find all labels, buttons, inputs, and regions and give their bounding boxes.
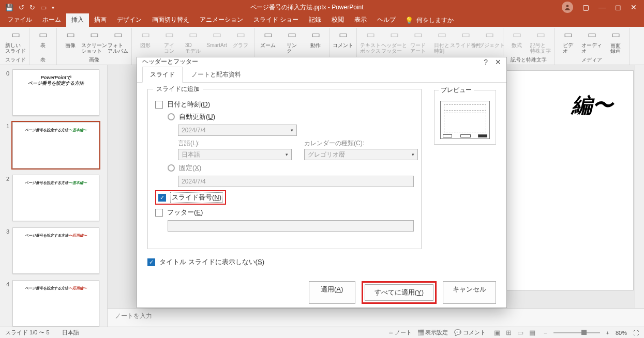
ribbon-tab-11[interactable]: ヘルプ [372,13,401,27]
ribbon-item-label: 数式 [512,42,522,48]
dialog-close-icon[interactable]: ✕ [495,58,501,66]
slide-thumbnail-pane[interactable]: 0PowerPointでページ番号を設定する方法1ページ番号を設定する方法 〜基… [0,65,108,327]
redo-icon[interactable]: ↻ [29,4,35,11]
vertical-scrollbar[interactable] [635,65,644,308]
ribbon-item-icon: ▭ [37,29,49,41]
ribbon-tab-6[interactable]: アニメーション [194,13,248,27]
ribbon-item-2-1[interactable]: ▭スクリーン ショット [84,29,104,54]
minimize-icon[interactable]: — [598,3,606,11]
zoom-in-icon[interactable]: + [606,330,609,336]
slide-thumbnail-2[interactable]: ページ番号を設定する方法 〜基本編〜 [12,175,99,221]
lightbulb-icon: 💡 [405,17,413,24]
ribbon-item-2-2[interactable]: ▭フォト アルバム [108,29,128,54]
slide-thumbnail-0[interactable]: PowerPointでページ番号を設定する方法 [12,69,99,116]
dialog-title: ヘッダーとフッター [142,57,198,66]
ribbon-tab-4[interactable]: デザイン [112,13,147,27]
footer-checkbox[interactable] [155,209,163,217]
ribbon-item-3-3: ▭SmartArt [206,29,227,48]
calendar-select[interactable]: グレゴリオ暦▾ [304,149,418,160]
ribbon-tab-2[interactable]: 挿入 [66,13,89,27]
ribbon-item-label: アイ コン [164,42,174,54]
ribbon-tab-5[interactable]: 画面切り替え [147,13,194,27]
ribbon-item-8-1[interactable]: ▭オーディ オ [581,29,602,54]
save-icon[interactable]: 💾 [5,4,13,11]
ribbon-tab-10[interactable]: 表示 [349,13,372,27]
ribbon-item-6-0: ▭テキスト ボックス [360,29,381,54]
display-settings[interactable]: ▦ 表示設定 [418,329,448,336]
ribbon-item-6-3: ▭日付と 時刻 [431,29,452,54]
maximize-icon[interactable]: ◻ [615,3,621,11]
sorter-view-icon: ⊞ [504,329,514,336]
ribbon-tab-9[interactable]: 校閲 [326,13,349,27]
slide-number-checkbox[interactable]: ✓ [158,194,166,202]
view-buttons[interactable]: ▣ ⊞ ▭ ▤ [492,329,537,336]
ribbon-item-label: 3D モデル [185,42,201,54]
hide-on-title-checkbox[interactable]: ✓ [147,258,155,266]
thumbnail-row: 0PowerPointでページ番号を設定する方法 [0,68,107,121]
slide-thumbnail-4[interactable]: ページ番号を設定する方法 〜応用編〜 [12,280,99,327]
zoom-level[interactable]: 80% [616,330,627,336]
slide-thumbnail-3[interactable]: ページ番号を設定する方法 〜応用編〜 [12,227,99,274]
ribbon-tab-1[interactable]: ホーム [37,13,66,27]
ribbon-item-icon: ▭ [309,29,322,41]
ribbon-item-label: ヘッダーと フッター [381,42,407,54]
qat-more-icon[interactable]: ▾ [52,5,54,10]
ribbon-group-7: ▭数式▭記号と 特殊文字記号と特殊文字 [503,28,555,65]
ribbon-display-icon[interactable]: ▢ [582,3,589,11]
ribbon-item-4-1[interactable]: ▭リン ク [281,29,302,54]
ribbon-item-6-5: ▭オブジェクト [479,29,500,48]
ribbon-group-2: ▭画像▭スクリーン ショット▭フォト アルバム画像 [57,28,132,65]
ribbon-group-label: メディア [558,56,626,65]
zoom-slider[interactable] [553,332,600,333]
ribbon-item-1-0[interactable]: ▭表 [33,29,53,48]
ribbon-item-label: リン ク [287,42,297,54]
ribbon-tab-8[interactable]: 記録 [304,13,326,27]
fixed-radio[interactable] [168,164,175,172]
ribbon-item-8-2[interactable]: ▭画面 録画 [605,29,626,54]
ribbon-item-icon: ▭ [609,29,622,41]
dialog-buttons: 適用(A) すべてに適用(Y) キャンセル [137,276,506,312]
date-time-checkbox[interactable] [155,101,163,109]
language-select[interactable]: 日本語▾ [178,149,292,160]
auto-date-select[interactable]: 2024/7/4▾ [178,125,297,136]
ribbon-item-icon: ▭ [534,29,547,41]
apply-button[interactable]: 適用(A) [309,281,355,304]
dialog-help-icon[interactable]: ? [484,58,488,66]
fixed-date-input[interactable]: 2024/7/4 [178,176,414,187]
cancel-button[interactable]: キャンセル [443,281,496,304]
ribbon-item-8-0[interactable]: ▭ビデ オ [558,29,578,54]
ribbon-item-5-0[interactable]: ▭コメント [333,29,353,48]
notes-toggle[interactable]: ≐ ノート [388,329,412,336]
user-avatar-icon[interactable] [562,2,573,13]
ribbon-tab-3[interactable]: 描画 [89,13,112,27]
ribbon-item-icon: ▭ [562,29,574,41]
comments-toggle[interactable]: 💬 コメント [454,329,486,336]
ribbon-item-4-0[interactable]: ▭ズーム [258,29,278,48]
zoom-out-icon[interactable]: − [544,330,547,336]
ribbon-item-3-1: ▭アイ コン [159,29,179,54]
ribbon-item-icon: ▭ [211,29,223,41]
ribbon-tab-7[interactable]: スライド ショー [248,13,304,27]
language-status[interactable]: 日本語 [62,329,79,336]
notes-placeholder: ノートを入力 [115,312,152,319]
ribbon-item-label: 表 [40,42,46,48]
footer-input[interactable] [168,220,414,232]
ribbon-item-0-0[interactable]: ▭新しい スライド [5,29,26,54]
ribbon-item-7-1: ▭記号と 特殊文字 [530,29,551,54]
dialog-tab-1[interactable]: ノートと配布資料 [184,67,249,83]
fit-to-window-icon[interactable]: ⛶ [633,330,639,336]
dialog-tab-0[interactable]: スライド [142,67,183,83]
slide-title-peek: 編〜 [572,91,613,119]
ribbon-item-2-0[interactable]: ▭画像 [60,29,81,48]
close-icon[interactable]: ✕ [631,3,637,11]
start-show-icon[interactable]: ▭ [40,4,47,11]
ribbon-item-label: コメント [333,42,353,48]
ribbon-tab-0[interactable]: ファイル [2,13,37,27]
undo-icon[interactable]: ↺ [19,4,24,11]
ribbon-item-4-2[interactable]: ▭動作 [305,29,326,48]
apply-all-button[interactable]: すべてに適用(Y) [365,284,433,301]
tell-me[interactable]: 💡何をしますか [401,14,458,27]
slide-thumbnail-1[interactable]: ページ番号を設定する方法 〜基本編〜 [12,122,99,168]
ribbon-item-icon: ▭ [234,29,247,41]
auto-update-radio[interactable] [168,113,175,120]
